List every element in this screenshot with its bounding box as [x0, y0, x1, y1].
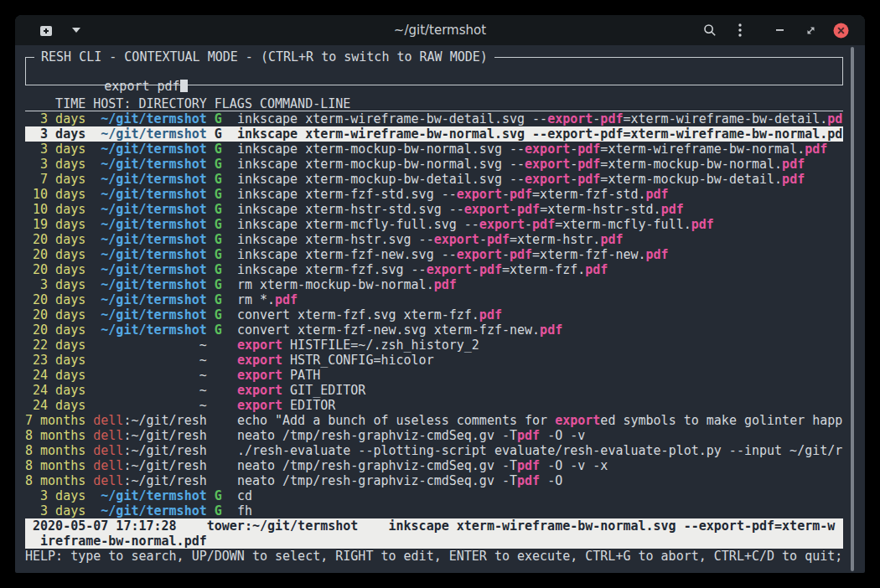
- history-row[interactable]: 20 days ~/git/termshot G convert xterm-f…: [25, 322, 843, 338]
- search-input[interactable]: export pdf: [104, 79, 179, 94]
- history-row[interactable]: 22 days ~ export HISTFILE=~/.zsh_history…: [25, 338, 843, 353]
- search-button[interactable]: [697, 18, 722, 43]
- close-button[interactable]: [828, 18, 853, 43]
- selected-entry-status: 2020-05-07 17:17:28 tower:~/git/termshot…: [25, 518, 843, 549]
- history-row[interactable]: 3 days ~/git/termshot G inkscape xterm-w…: [25, 111, 843, 126]
- history-row[interactable]: 3 days ~/git/termshot G cd: [25, 488, 843, 503]
- history-row[interactable]: 20 days ~/git/termshot G inkscape xterm-…: [25, 247, 843, 262]
- history-row[interactable]: 20 days ~/git/termshot G rm *.pdf: [25, 292, 843, 307]
- search-icon: [703, 23, 717, 37]
- menu-kebab-icon: [738, 23, 742, 37]
- history-rows: 3 days ~/git/termshot G inkscape xterm-w…: [25, 111, 843, 518]
- history-row[interactable]: 10 days ~/git/termshot G inkscape xterm-…: [25, 202, 843, 217]
- history-row[interactable]: 24 days ~ export EDITOR: [25, 398, 843, 413]
- history-row[interactable]: 3 days ~/git/termshot G inkscape xterm-m…: [25, 142, 843, 157]
- help-line: HELP: type to search, UP/DOWN to select,…: [25, 549, 843, 564]
- new-tab-icon: [39, 24, 53, 37]
- status-line-2: ireframe-bw-normal.pdf: [25, 534, 843, 549]
- restore-icon: [805, 25, 816, 36]
- history-row[interactable]: 8 months dell:~/git/resh neato /tmp/resh…: [25, 428, 843, 443]
- history-row[interactable]: 7 days ~/git/termshot G inkscape xterm-m…: [25, 172, 843, 187]
- history-row[interactable]: 8 months dell:~/git/resh ./resh-evaluate…: [25, 443, 843, 458]
- terminal-screen: RESH CLI - CONTEXTUAL MODE - (CTRL+R to …: [15, 45, 865, 573]
- close-icon: [833, 23, 849, 39]
- history-row[interactable]: 7 months dell:~/git/resh echo "Add a bun…: [25, 413, 843, 428]
- history-row[interactable]: 20 days ~/git/termshot G inkscape xterm-…: [25, 262, 843, 277]
- history-row[interactable]: 8 months dell:~/git/resh neato /tmp/resh…: [25, 473, 843, 488]
- history-row[interactable]: 3 days ~/git/termshot G fh: [25, 503, 843, 518]
- history-row[interactable]: 24 days ~ export PATH: [25, 368, 843, 383]
- history-row[interactable]: 3 days ~/git/termshot G inkscape xterm-w…: [25, 126, 843, 142]
- tab-dropdown-button[interactable]: [64, 18, 89, 43]
- scrollbar-thumb[interactable]: [851, 47, 854, 571]
- status-line-1: 2020-05-07 17:17:28 tower:~/git/termshot…: [25, 518, 843, 534]
- history-row[interactable]: 3 days ~/git/termshot G rm xterm-mockup-…: [25, 277, 843, 292]
- history-row[interactable]: 19 days ~/git/termshot G inkscape xterm-…: [25, 217, 843, 232]
- chevron-down-icon: [72, 28, 80, 33]
- search-box[interactable]: RESH CLI - CONTEXTUAL MODE - (CTRL+R to …: [25, 57, 843, 85]
- search-box-title: RESH CLI - CONTEXTUAL MODE - (CTRL+R to …: [34, 49, 494, 64]
- text-cursor: [180, 80, 188, 92]
- new-tab-button[interactable]: [34, 18, 59, 43]
- history-row[interactable]: 20 days ~/git/termshot G convert xterm-f…: [25, 307, 843, 322]
- minimize-button[interactable]: [768, 18, 793, 43]
- history-row[interactable]: 8 months dell:~/git/resh neato /tmp/resh…: [25, 458, 843, 473]
- history-row[interactable]: 24 days ~ export GIT_EDITOR: [25, 383, 843, 398]
- history-row[interactable]: 20 days ~/git/termshot G inkscape xterm-…: [25, 232, 843, 247]
- menu-button[interactable]: [727, 18, 753, 43]
- history-row[interactable]: 3 days ~/git/termshot G inkscape xterm-m…: [25, 157, 843, 172]
- scrollbar[interactable]: [851, 47, 854, 571]
- restore-button[interactable]: [798, 18, 823, 43]
- minimize-icon: [775, 28, 785, 32]
- terminal-window: ~/git/termshot: [15, 15, 865, 573]
- history-row[interactable]: 10 days ~/git/termshot G inkscape xterm-…: [25, 187, 843, 202]
- titlebar: ~/git/termshot: [15, 15, 865, 45]
- history-row[interactable]: 23 days ~ export HSTR_CONFIG=hicolor: [25, 353, 843, 368]
